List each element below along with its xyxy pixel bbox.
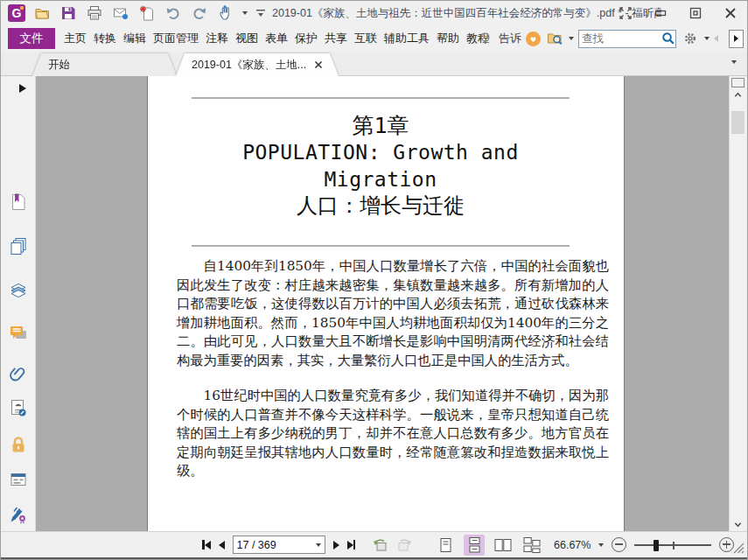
folder-search-icon[interactable] xyxy=(545,29,564,48)
zoom-level-label: 66.67% xyxy=(554,539,591,551)
zoom-slider[interactable] xyxy=(634,536,711,554)
chapter-title-en-line2: Migration xyxy=(192,166,570,193)
zoom-dropdown-caret[interactable] xyxy=(598,543,604,547)
settings-gear-icon[interactable] xyxy=(681,29,700,48)
view-mode-single-page-icon[interactable] xyxy=(435,535,456,556)
foxit-reader-window: G xyxy=(0,0,748,560)
quick-access-toolbar: G xyxy=(1,4,267,23)
zoom-in-button[interactable] xyxy=(719,537,734,552)
page-navigation: 66.67% xyxy=(202,532,734,557)
view-mode-facing-icon[interactable] xyxy=(493,535,514,556)
menu-item-comment[interactable]: 注释 xyxy=(202,27,232,50)
first-page-button[interactable] xyxy=(202,536,211,554)
favorite-heart-icon[interactable] xyxy=(526,32,541,46)
pdf-page[interactable]: 第1章 POPULATION: Growth and Migration 人口：… xyxy=(147,76,625,533)
restore-icon[interactable] xyxy=(688,5,703,21)
folder-search-dropdown-caret[interactable] xyxy=(569,37,574,40)
navigation-sidebar xyxy=(1,76,36,533)
close-icon[interactable] xyxy=(723,5,738,21)
document-tab-bar: 开始 2019-01《家族、土地... xyxy=(1,52,747,76)
previous-view-icon[interactable] xyxy=(373,536,388,554)
scroll-down-icon[interactable] xyxy=(734,521,742,528)
last-page-button[interactable] xyxy=(347,536,356,554)
undo-icon[interactable] xyxy=(164,4,183,23)
vertical-scrollbar[interactable] xyxy=(729,76,747,533)
view-mode-continuous-facing-icon[interactable] xyxy=(521,535,542,556)
minimize-icon[interactable] xyxy=(653,5,668,21)
paragraph: 16世纪时中国的人口数量究竟有多少，我们知道得并不确切，因为那个时候的人口普查并… xyxy=(177,387,609,481)
tab-list-dropdown-caret[interactable] xyxy=(731,60,737,64)
tab-start-label: 开始 xyxy=(48,58,70,73)
menu-item-view[interactable]: 视图 xyxy=(232,27,262,50)
menu-item-organize[interactable]: 页面管理 xyxy=(150,27,202,50)
menu-item-connect[interactable]: 互联 xyxy=(351,27,381,50)
scroll-menu-right-button[interactable] xyxy=(729,30,744,48)
menu-item-accessibility[interactable]: 辅助工具 xyxy=(381,27,433,50)
settings-dropdown-caret[interactable] xyxy=(704,37,710,40)
email-icon[interactable] xyxy=(111,4,130,23)
tab-document[interactable]: 2019-01《家族、土地... xyxy=(176,53,339,76)
window-title: 2019-01《家族、土地与祖先：近世中国四百年社会经济的常与变》.pdf * … xyxy=(272,6,661,21)
scroll-menu-left-icon xyxy=(714,35,718,42)
chapter-title-zh: 人口：增长与迁徙 xyxy=(192,192,570,220)
menu-bar: 文件 主页 转换 编辑 页面管理 注释 视图 表单 保护 共享 互联 辅助工具 … xyxy=(1,25,747,52)
lightbulb-icon[interactable] xyxy=(475,29,494,48)
customize-toolbar-icon[interactable] xyxy=(255,4,267,23)
fullscreen-icon[interactable] xyxy=(618,5,633,21)
zoom-out-button[interactable] xyxy=(612,537,626,552)
title-bar: G xyxy=(1,1,747,25)
chapter-number: 第1章 xyxy=(192,112,570,139)
page-number-input[interactable] xyxy=(237,539,316,551)
find-search-box xyxy=(578,30,676,48)
menu-item-edit[interactable]: 编辑 xyxy=(120,27,150,50)
menu-file-button[interactable]: 文件 xyxy=(8,28,55,49)
digital-ids-panel-icon[interactable] xyxy=(9,398,28,417)
next-page-button[interactable] xyxy=(333,536,339,554)
form-fields-panel-icon[interactable] xyxy=(9,470,28,489)
menu-item-convert[interactable]: 转换 xyxy=(90,27,120,50)
attachments-panel-icon[interactable] xyxy=(9,365,28,384)
menu-item-form[interactable]: 表单 xyxy=(262,27,291,50)
search-icon[interactable] xyxy=(661,32,675,46)
find-input[interactable] xyxy=(579,32,661,45)
tab-start[interactable]: 开始 xyxy=(32,53,177,76)
window-resize-grip[interactable] xyxy=(733,542,745,554)
scroll-up-icon[interactable] xyxy=(734,91,742,99)
pages-panel-icon[interactable] xyxy=(9,236,28,256)
redo-icon[interactable] xyxy=(190,4,209,23)
open-folder-icon[interactable] xyxy=(32,4,52,23)
layers-panel-icon[interactable] xyxy=(9,280,28,299)
new-from-clipboard-icon[interactable] xyxy=(137,4,157,23)
scrollbar-thumb[interactable] xyxy=(731,111,745,134)
split-view-button[interactable] xyxy=(731,78,745,88)
signatures-panel-icon[interactable] xyxy=(9,505,28,524)
menu-item-home[interactable]: 主页 xyxy=(60,27,90,50)
comments-panel-icon[interactable] xyxy=(9,324,28,343)
page-body-text: 自1400年到1850年，中国人口数量增长了六倍，中国的社会面貌也因此发生了改变… xyxy=(177,257,609,481)
print-icon[interactable] xyxy=(85,4,104,23)
expand-panel-icon[interactable] xyxy=(18,83,27,94)
previous-page-button[interactable] xyxy=(219,536,225,554)
menu-items: 主页 转换 编辑 页面管理 注释 视图 表单 保护 共享 互联 辅助工具 帮助 … xyxy=(60,27,493,50)
hand-tool-dropdown-caret[interactable] xyxy=(242,11,248,15)
view-mode-continuous-icon[interactable] xyxy=(464,535,485,556)
document-workspace: 第1章 POPULATION: Growth and Migration 人口：… xyxy=(1,76,747,533)
menu-item-protect[interactable]: 保护 xyxy=(291,27,321,50)
menu-bar-right: 告诉 xyxy=(475,25,745,52)
heading-rule-top xyxy=(192,97,570,99)
zoom-slider-handle[interactable] xyxy=(654,540,659,551)
save-icon[interactable] xyxy=(59,4,78,23)
tab-close-icon[interactable] xyxy=(314,60,323,69)
menu-item-help[interactable]: 帮助 xyxy=(433,27,463,50)
tell-me-label[interactable]: 告诉 xyxy=(499,31,521,46)
page-number-dropdown-caret[interactable] xyxy=(316,543,321,547)
menu-item-share[interactable]: 共享 xyxy=(321,27,351,50)
hand-tool-icon[interactable] xyxy=(216,4,235,23)
bookmarks-panel-icon[interactable] xyxy=(9,192,28,212)
paragraph: 自1400年到1850年，中国人口数量增长了六倍，中国的社会面貌也因此发生了改变… xyxy=(177,257,609,370)
security-panel-icon[interactable] xyxy=(9,435,28,454)
page-number-box xyxy=(233,536,325,554)
next-view-icon xyxy=(396,536,412,554)
heading-rule-bottom xyxy=(192,245,570,247)
foxit-logo-icon[interactable]: G xyxy=(8,4,25,22)
